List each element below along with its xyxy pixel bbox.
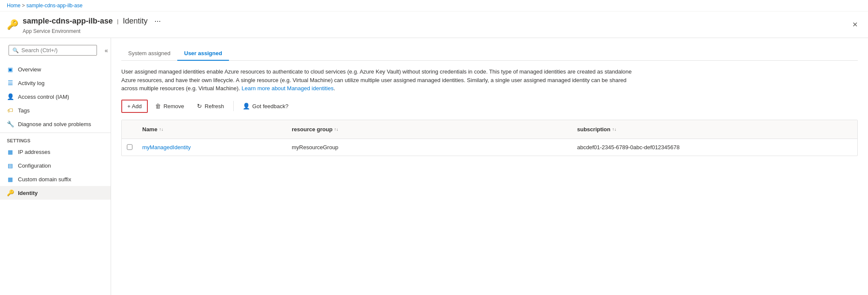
tags-icon: 🏷 (7, 107, 14, 114)
sort-name-icon: ↑↓ (159, 127, 163, 132)
identity-name-cell[interactable]: myManagedIdentity (137, 141, 287, 154)
add-button[interactable]: + Add (121, 100, 148, 113)
sidebar-item-label: Activity log (18, 80, 44, 86)
sidebar-item-label: IP addresses (18, 149, 50, 155)
learn-more-link[interactable]: Learn more about Managed identities (242, 85, 334, 91)
sidebar: 🔍 « ▣ Overview ☰ Activity log 👤 Access c… (0, 38, 111, 295)
search-icon: 🔍 (12, 47, 19, 53)
search-input[interactable] (21, 47, 93, 53)
top-bar: 🔑 sample-cdns-app-ilb-ase | Identity ···… (0, 12, 868, 38)
th-name[interactable]: Name ↑↓ (137, 124, 287, 135)
sidebar-item-label: Overview (18, 66, 41, 73)
title-area: 🔑 sample-cdns-app-ilb-ase | Identity ···… (7, 15, 849, 34)
sidebar-item-iam[interactable]: 👤 Access control (IAM) (0, 90, 111, 103)
sidebar-item-label: Access control (IAM) (18, 94, 69, 100)
main-layout: 🔍 « ▣ Overview ☰ Activity log 👤 Access c… (0, 38, 868, 295)
ellipsis-menu-button[interactable]: ··· (153, 15, 163, 27)
sidebar-item-configuration[interactable]: ▤ Configuration (0, 159, 111, 172)
title-group: sample-cdns-app-ilb-ase | Identity ··· A… (23, 15, 163, 34)
tab-system-assigned[interactable]: System assigned (121, 47, 177, 61)
th-subscription[interactable]: subscription ↑↓ (572, 124, 857, 135)
sidebar-item-tags[interactable]: 🏷 Tags (0, 103, 111, 117)
search-box[interactable]: 🔍 (9, 45, 97, 56)
breadcrumb: Home > sample-cdns-app-ilb-ase (0, 0, 868, 12)
table-row: myManagedIdentity myResourceGroup abcdef… (122, 139, 857, 156)
sidebar-item-overview[interactable]: ▣ Overview (0, 62, 111, 76)
breadcrumb-home[interactable]: Home (7, 3, 21, 9)
tabs-container: System assigned User assigned (121, 47, 858, 61)
resource-group-cell: myResourceGroup (287, 141, 572, 154)
sidebar-item-custom-domain[interactable]: ▦ Custom domain suffix (0, 172, 111, 186)
sort-sub-icon: ↑↓ (612, 127, 616, 132)
resource-icon: 🔑 (7, 19, 18, 30)
diagnose-icon: 🔧 (7, 121, 14, 127)
resource-name: sample-cdns-app-ilb-ase (23, 17, 113, 26)
sidebar-item-label: Custom domain suffix (18, 176, 71, 183)
subscription-cell: abcdef01-2345-6789-0abc-def012345678 (572, 141, 857, 154)
resource-subtitle: App Service Environment (23, 28, 163, 34)
collapse-sidebar-button[interactable]: « (103, 45, 110, 56)
content-area: System assigned User assigned User assig… (111, 38, 868, 295)
sort-rg-icon: ↑↓ (334, 127, 338, 132)
sidebar-item-label: Tags (18, 107, 29, 114)
breadcrumb-current: sample-cdns-app-ilb-ase (26, 3, 82, 9)
remove-icon: 🗑 (155, 103, 161, 109)
breadcrumb-separator: > (22, 3, 25, 9)
identity-table: Name ↑↓ resource group ↑↓ subscription ↑… (121, 120, 858, 156)
iam-icon: 👤 (7, 93, 14, 100)
th-resource-group[interactable]: resource group ↑↓ (287, 124, 572, 135)
sidebar-item-diagnose[interactable]: 🔧 Diagnose and solve problems (0, 117, 111, 131)
close-button[interactable]: ✕ (849, 19, 861, 30)
overview-icon: ▣ (7, 66, 14, 73)
feedback-icon: 👤 (243, 103, 250, 109)
th-checkbox (122, 124, 137, 135)
refresh-button[interactable]: ↻ Refresh (191, 100, 230, 112)
settings-section-header: Settings (0, 133, 111, 145)
toolbar-separator (233, 101, 234, 111)
row-checkbox[interactable] (127, 144, 132, 150)
page-title: Identity (123, 17, 147, 26)
title-divider: | (117, 18, 118, 24)
toolbar: + Add 🗑 Remove ↻ Refresh 👤 Got feedback? (121, 100, 858, 113)
domain-icon: ▦ (7, 176, 14, 183)
identity-icon: 🔑 (7, 189, 14, 196)
activity-log-icon: ☰ (7, 80, 14, 86)
sidebar-item-identity[interactable]: 🔑 Identity (0, 186, 111, 200)
description-text: User assigned managed identities enable … (121, 68, 634, 93)
refresh-icon: ↻ (197, 103, 202, 109)
row-checkbox-cell (122, 141, 137, 153)
feedback-button[interactable]: 👤 Got feedback? (237, 100, 294, 112)
sidebar-item-activity-log[interactable]: ☰ Activity log (0, 76, 111, 90)
sidebar-item-ip-addresses[interactable]: ▦ IP addresses (0, 145, 111, 159)
sidebar-item-label: Identity (18, 190, 38, 196)
config-icon: ▤ (7, 162, 14, 169)
remove-button[interactable]: 🗑 Remove (150, 100, 190, 112)
table-header: Name ↑↓ resource group ↑↓ subscription ↑… (122, 120, 857, 139)
sidebar-item-label: Configuration (18, 162, 51, 169)
sidebar-item-label: Diagnose and solve problems (18, 121, 91, 127)
ip-icon: ▦ (7, 148, 14, 155)
tab-user-assigned[interactable]: User assigned (177, 47, 229, 61)
